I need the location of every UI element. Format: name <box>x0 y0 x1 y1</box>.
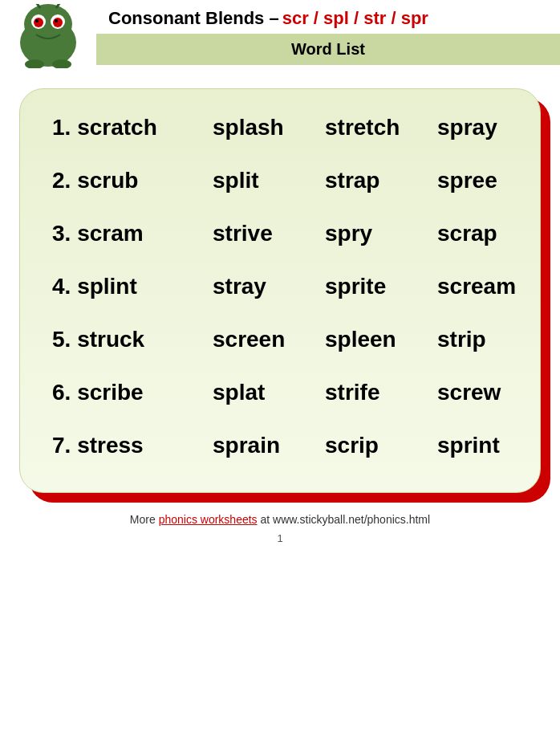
word-cell-r4-c3: sprite <box>325 264 437 309</box>
svg-point-11 <box>55 19 58 22</box>
word-cell-r7-c3: scrip <box>325 423 437 468</box>
logo-container <box>0 0 96 72</box>
word-cell-r1-c4: spray <box>437 105 550 150</box>
word-list-card: 1. scratchsplashstretchspray2. scrubspli… <box>19 88 541 493</box>
svg-point-10 <box>35 19 39 22</box>
footer-text-before: More <box>130 513 159 526</box>
word-cell-r5-c4: strip <box>437 317 550 362</box>
word-cell-r1-c2: splash <box>213 105 325 150</box>
title-blends: scr / spl / str / spr <box>282 8 428 29</box>
phonics-link[interactable]: phonics worksheets <box>159 513 258 526</box>
svg-point-9 <box>53 18 63 27</box>
word-cell-r6-c1: 6. scribe <box>52 370 213 415</box>
word-cell-r3-c2: strive <box>213 211 325 256</box>
card-container: 1. scratchsplashstretchspray2. scrubspli… <box>19 88 541 493</box>
title-prefix: Consonant Blends – <box>108 8 279 29</box>
word-cell-r6-c3: strife <box>325 370 437 415</box>
word-cell-r1-c3: stretch <box>325 105 437 150</box>
word-cell-r1-c1: 1. scratch <box>52 105 213 150</box>
word-grid: 1. scratchsplashstretchspray2. scrubspli… <box>52 105 516 468</box>
word-cell-r2-c3: strap <box>325 158 437 203</box>
svg-point-8 <box>34 18 43 27</box>
word-cell-r7-c1: 7. stress <box>52 423 213 468</box>
word-cell-r5-c2: screen <box>213 317 325 362</box>
word-cell-r6-c2: splat <box>213 370 325 415</box>
word-cell-r7-c4: sprint <box>437 423 550 468</box>
footer-text-after: at www.stickyball.net/phonics.html <box>258 513 431 526</box>
page-title: Consonant Blends – scr / spl / str / spr <box>96 0 560 34</box>
word-cell-r5-c3: spleen <box>325 317 437 362</box>
header-text-container: Consonant Blends – scr / spl / str / spr… <box>96 0 560 72</box>
word-cell-r4-c1: 4. splint <box>52 264 213 309</box>
page-number: 1 <box>277 532 282 544</box>
word-cell-r4-c4: scream <box>437 264 550 309</box>
monster-icon <box>12 4 84 68</box>
word-cell-r6-c4: screw <box>437 370 550 415</box>
page-header: Consonant Blends – scr / spl / str / spr… <box>0 0 560 72</box>
word-cell-r4-c2: stray <box>213 264 325 309</box>
word-cell-r5-c1: 5. struck <box>52 317 213 362</box>
subtitle: Word List <box>96 34 560 65</box>
word-cell-r2-c1: 2. scrub <box>52 158 213 203</box>
footer: More phonics worksheets at www.stickybal… <box>130 513 430 526</box>
word-cell-r3-c3: spry <box>325 211 437 256</box>
word-cell-r3-c4: scrap <box>437 211 550 256</box>
word-cell-r2-c4: spree <box>437 158 550 203</box>
word-cell-r7-c2: sprain <box>213 423 325 468</box>
word-cell-r2-c2: split <box>213 158 325 203</box>
word-cell-r3-c1: 3. scram <box>52 211 213 256</box>
